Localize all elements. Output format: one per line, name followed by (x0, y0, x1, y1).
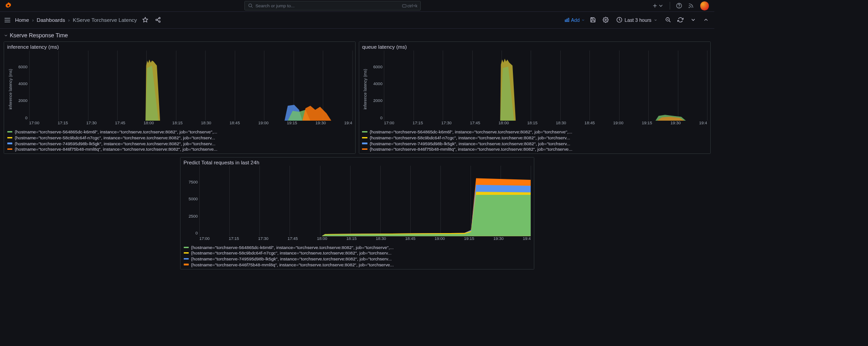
svg-point-8 (689, 7, 690, 8)
x-axis: 17:0017:1517:3017:4518:0018:1518:3018:45… (199, 236, 531, 243)
share-icon[interactable] (153, 17, 162, 23)
menu-toggle-icon[interactable] (4, 16, 11, 24)
svg-point-15 (159, 21, 160, 22)
svg-rect-19 (566, 19, 567, 22)
legend-item[interactable]: {hostname="torchserve-564865dc-k6m6l", i… (362, 129, 707, 135)
legend: {hostname="torchserve-564865dc-k6m6l", i… (7, 129, 352, 152)
legend: {hostname="torchserve-564865dc-k6m6l", i… (184, 244, 531, 268)
search-input[interactable]: Search or jump to... ctrl+k (244, 1, 421, 10)
legend-item[interactable]: {hostname="torchserve-58c9bdc64f-n7cgc",… (184, 250, 531, 256)
panel-inference-latency[interactable]: inference latency (ms) inference latency… (4, 41, 356, 154)
svg-point-0 (7, 5, 9, 7)
panel-predict-total[interactable]: Predict Total requests in last 24h 7500 … (180, 157, 534, 270)
y-axis-label: inference latency (ms) (7, 51, 13, 127)
refresh-icon[interactable] (676, 17, 685, 23)
search-placeholder: Search or jump to... (255, 3, 400, 8)
save-icon[interactable] (589, 17, 598, 23)
svg-line-2 (251, 6, 253, 8)
grafana-logo[interactable] (3, 2, 14, 9)
panel-title: queue latency (ms) (362, 44, 707, 50)
legend: {hostname="torchserve-564865dc-k6m6l", i… (362, 129, 707, 152)
y-axis: 6000 4000 2000 0 (13, 51, 29, 120)
svg-line-24 (669, 21, 670, 22)
y-axis: 6000 4000 2000 0 (368, 51, 384, 120)
avatar[interactable] (700, 1, 709, 10)
svg-rect-18 (565, 20, 566, 22)
x-axis: 17:0017:1517:3017:4518:0018:1518:3018:45… (384, 121, 707, 127)
svg-rect-3 (403, 5, 406, 7)
help-icon[interactable] (676, 3, 682, 9)
panel-title: Predict Total requests in last 24h (184, 160, 531, 165)
breadcrumb: Home › Dashboards › KServe Torchserve La… (15, 17, 137, 23)
legend-item[interactable]: {hostname="torchserve-846f75b48-mml8q", … (362, 146, 707, 152)
breadcrumb-current: KServe Torchserve Latency (73, 17, 137, 23)
time-range-picker[interactable]: Last 3 hours (614, 15, 660, 25)
settings-icon[interactable] (601, 17, 610, 23)
legend-item[interactable]: {hostname="torchserve-846f75b48-mml8q", … (184, 262, 531, 268)
add-icon[interactable] (652, 3, 664, 9)
svg-line-17 (157, 20, 159, 21)
breadcrumb-dash[interactable]: Dashboards (37, 17, 65, 23)
news-icon[interactable] (688, 3, 694, 9)
legend-item[interactable]: {hostname="torchserve-846f75b48-mml8q", … (7, 146, 352, 152)
legend-item[interactable]: {hostname="torchserve-749595d98b-lk5gk",… (184, 256, 531, 262)
svg-point-21 (605, 19, 606, 20)
legend-item[interactable]: {hostname="torchserve-749595d98b-lk5gk",… (7, 141, 352, 147)
x-axis: 17:0017:1517:3017:4518:0018:1518:3018:45… (29, 121, 352, 127)
legend-item[interactable]: {hostname="torchserve-564865dc-k6m6l", i… (184, 244, 531, 250)
search-shortcut: ctrl+k (402, 4, 417, 8)
svg-point-1 (248, 4, 252, 7)
legend-item[interactable]: {hostname="torchserve-564865dc-k6m6l", i… (7, 129, 352, 135)
legend-item[interactable]: {hostname="torchserve-749595d98b-lk5gk",… (362, 141, 707, 147)
svg-point-7 (679, 7, 679, 8)
panel-queue-latency[interactable]: queue latency (ms) inference latency (ms… (359, 41, 711, 154)
legend-item[interactable]: {hostname="torchserve-58c9bdc64f-n7cgc",… (362, 135, 707, 141)
svg-marker-12 (143, 17, 148, 22)
chart-canvas (29, 51, 352, 121)
y-axis: 7500 5000 2500 0 (184, 166, 200, 235)
refresh-dropdown-icon[interactable] (689, 17, 698, 23)
svg-rect-20 (568, 18, 569, 22)
star-icon[interactable] (141, 17, 150, 23)
y-axis-label: inference latency (ms) (362, 51, 368, 127)
zoom-out-icon[interactable] (663, 17, 672, 23)
row-toggle[interactable]: Kserve Response Time (4, 31, 711, 41)
add-panel-button[interactable]: Add (564, 17, 585, 23)
breadcrumb-home[interactable]: Home (15, 17, 29, 23)
collapse-icon[interactable] (702, 17, 711, 23)
svg-point-14 (155, 19, 157, 20)
chart-canvas (384, 51, 707, 121)
row-title: Kserve Response Time (10, 32, 67, 39)
panel-title: inference latency (ms) (7, 44, 352, 50)
svg-line-16 (157, 19, 159, 20)
chart-canvas (199, 166, 531, 236)
svg-point-13 (159, 17, 160, 19)
legend-item[interactable]: {hostname="torchserve-58c9bdc64f-n7cgc",… (7, 135, 352, 141)
